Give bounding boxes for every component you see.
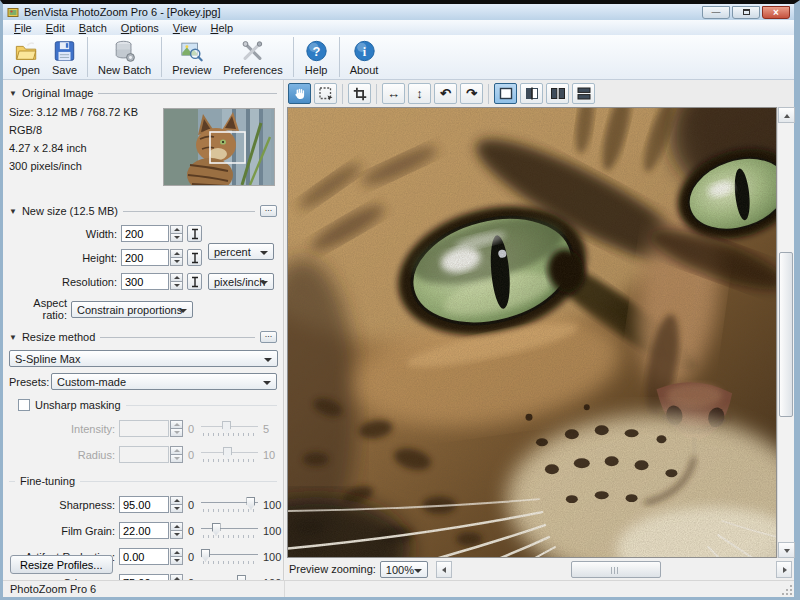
film-grain-stepper[interactable] xyxy=(170,522,183,539)
thumbnail-cat-photo xyxy=(164,109,274,185)
new-batch-icon xyxy=(112,39,137,63)
artifact-reduction-input[interactable] xyxy=(119,548,169,565)
film-grain-max: 100 xyxy=(258,525,284,537)
marquee-select-tool-button[interactable] xyxy=(314,83,337,104)
toolbar-separator xyxy=(339,37,340,77)
crispness-slider-thumb[interactable] xyxy=(237,575,246,581)
artifact-reduction-slider-thumb[interactable] xyxy=(201,549,210,562)
maximize-button[interactable] xyxy=(732,6,760,19)
intensity-input[interactable] xyxy=(119,420,169,437)
about-button[interactable]: i About xyxy=(344,36,385,78)
height-lock-button[interactable] xyxy=(187,249,202,266)
preview-canvas[interactable] xyxy=(287,107,777,558)
resolution-input[interactable] xyxy=(121,273,169,290)
preview-zoom-dropdown[interactable]: 100% xyxy=(380,561,428,578)
ibeam-icon xyxy=(190,228,200,240)
sharpness-min: 0 xyxy=(183,499,199,511)
resolution-unit-value: pixels/inch xyxy=(214,276,265,288)
new-size-more-button[interactable]: ... xyxy=(260,205,277,217)
menu-file[interactable]: File xyxy=(7,21,39,35)
menu-options[interactable]: Options xyxy=(114,21,166,35)
view-dual-horizontal-button[interactable] xyxy=(572,83,595,104)
open-folder-icon xyxy=(14,39,39,63)
open-button[interactable]: Open xyxy=(7,36,46,78)
artifact-reduction-slider[interactable] xyxy=(201,549,258,565)
width-lock-button[interactable] xyxy=(187,225,202,242)
menu-help[interactable]: Help xyxy=(203,21,240,35)
original-image-header[interactable]: ▼ Original Image xyxy=(9,86,277,100)
artifact-reduction-stepper[interactable] xyxy=(170,548,183,565)
minimize-button[interactable]: — xyxy=(702,6,730,19)
close-button[interactable]: × xyxy=(762,6,790,19)
flip-vertical-button[interactable]: ↕ xyxy=(408,83,431,104)
width-input[interactable] xyxy=(121,225,169,242)
help-button[interactable]: ? Help xyxy=(298,36,335,78)
radius-stepper[interactable] xyxy=(170,446,183,463)
crop-tool-button[interactable] xyxy=(348,83,371,104)
resize-method-more-button[interactable]: ... xyxy=(260,331,277,343)
menu-view[interactable]: View xyxy=(166,21,204,35)
sharpness-slider-thumb[interactable] xyxy=(246,497,255,510)
sharpness-input[interactable] xyxy=(119,496,169,513)
app-icon xyxy=(7,6,19,18)
vertical-scroll-thumb[interactable] xyxy=(779,252,793,417)
horizontal-scrollbar[interactable] xyxy=(436,561,792,578)
intensity-stepper[interactable] xyxy=(170,420,183,437)
radius-slider[interactable] xyxy=(201,447,258,463)
presets-dropdown[interactable]: Custom-made xyxy=(51,373,277,390)
film-grain-min: 0 xyxy=(183,525,199,537)
radius-slider-thumb[interactable] xyxy=(223,447,232,460)
rotate-cw-button[interactable]: ↷ xyxy=(460,83,483,104)
preview-button[interactable]: Preview xyxy=(166,36,217,78)
view-single-button[interactable] xyxy=(494,83,517,104)
ibeam-icon xyxy=(190,276,200,288)
horizontal-scroll-thumb[interactable] xyxy=(571,561,661,578)
collapse-arrow-icon: ▼ xyxy=(9,89,17,98)
flip-horizontal-button[interactable]: ↔ xyxy=(382,83,405,104)
sharpness-slider[interactable] xyxy=(201,497,258,513)
radius-input[interactable] xyxy=(119,446,169,463)
width-stepper[interactable] xyxy=(170,225,183,242)
preview-toolbar-separator xyxy=(488,84,489,104)
size-unit-dropdown[interactable]: percent xyxy=(208,243,274,260)
menu-batch[interactable]: Batch xyxy=(72,21,114,35)
about-info-icon: i xyxy=(352,39,377,63)
view-split-button[interactable] xyxy=(520,83,543,104)
menu-edit[interactable]: Edit xyxy=(39,21,72,35)
resize-method-dropdown[interactable]: S-Spline Max xyxy=(9,350,278,367)
new-size-header[interactable]: ▼ New size (12.5 MB) ... xyxy=(9,204,277,218)
height-stepper[interactable] xyxy=(170,249,183,266)
film-grain-slider-thumb[interactable] xyxy=(212,523,221,536)
view-dual-vertical-button[interactable] xyxy=(546,83,569,104)
hand-pan-tool-button[interactable] xyxy=(288,83,311,104)
unsharp-masking-checkbox[interactable] xyxy=(18,399,30,411)
film-grain-slider[interactable] xyxy=(201,523,258,539)
intensity-slider-thumb[interactable] xyxy=(222,421,231,434)
height-input[interactable] xyxy=(121,249,169,266)
aspect-ratio-dropdown[interactable]: Constrain proportions xyxy=(71,301,193,318)
save-floppy-icon xyxy=(52,39,77,63)
rotate-ccw-button[interactable]: ↶ xyxy=(434,83,457,104)
resize-profiles-button[interactable]: Resize Profiles... xyxy=(10,555,113,574)
resolution-stepper[interactable] xyxy=(170,273,183,290)
intensity-slider[interactable] xyxy=(201,421,258,437)
presets-value: Custom-made xyxy=(57,376,126,388)
sharpness-max: 100 xyxy=(258,499,284,511)
preferences-button[interactable]: Preferences xyxy=(217,36,288,78)
resolution-lock-button[interactable] xyxy=(187,273,202,290)
scroll-left-button[interactable] xyxy=(436,561,452,578)
resize-method-header[interactable]: ▼ Resize method ... xyxy=(9,330,277,344)
vertical-scrollbar[interactable] xyxy=(777,107,794,558)
statusbar: PhotoZoom Pro 6 xyxy=(3,580,794,597)
film-grain-label: Film Grain: xyxy=(9,525,119,537)
scroll-right-button[interactable] xyxy=(776,561,792,578)
resolution-unit-dropdown[interactable]: pixels/inch xyxy=(208,273,274,290)
scroll-up-button[interactable] xyxy=(778,107,795,123)
save-button[interactable]: Save xyxy=(46,36,83,78)
resize-grip[interactable] xyxy=(781,584,793,596)
scroll-down-button[interactable] xyxy=(778,542,795,558)
film-grain-input[interactable] xyxy=(119,522,169,539)
navigator-thumbnail[interactable] xyxy=(163,108,275,186)
new-batch-button[interactable]: New Batch xyxy=(92,36,157,78)
sharpness-stepper[interactable] xyxy=(170,496,183,513)
